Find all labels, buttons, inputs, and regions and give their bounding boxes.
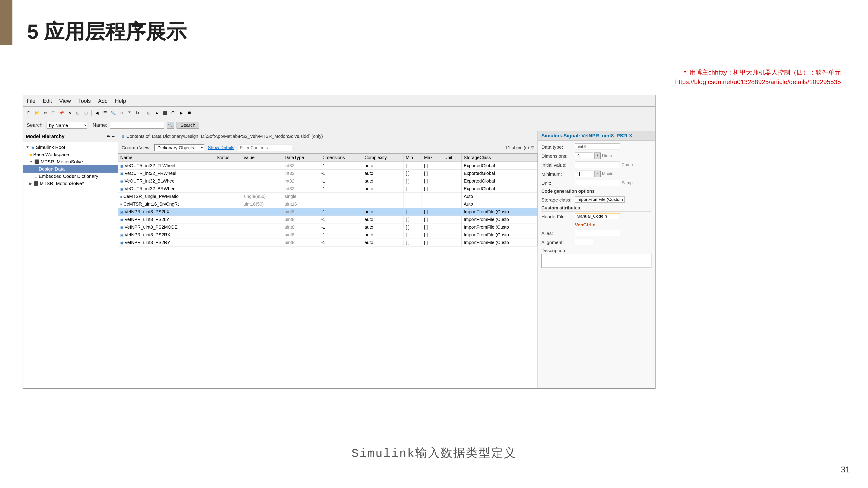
- slide-number: 31: [841, 465, 850, 475]
- search-icon-btn[interactable]: 🔍: [167, 122, 174, 129]
- col-unit[interactable]: Unit: [442, 154, 461, 162]
- minimum-row: Minimum: ⋮ Maxin: [541, 170, 651, 177]
- minimum-label: Minimum:: [541, 170, 573, 177]
- menu-file[interactable]: File: [27, 98, 35, 104]
- table-cell: single(950): [241, 193, 282, 200]
- col-status[interactable]: Status: [214, 154, 241, 162]
- filter-input[interactable]: [238, 144, 292, 151]
- toolbar-icon-grid[interactable]: ⊞: [74, 109, 81, 117]
- tree-item-embedded-coder[interactable]: □ Embedded Coder Dictionary: [23, 173, 118, 180]
- infinity-icon[interactable]: ∞: [112, 134, 115, 139]
- alias-input[interactable]: [575, 230, 620, 236]
- edit-icon[interactable]: ✏: [107, 134, 110, 139]
- table-cell: [214, 200, 241, 208]
- tree-item-design-data[interactable]: ■ Design Data: [23, 165, 118, 173]
- alignment-value-container: [575, 239, 651, 245]
- toolbar-icon-sq[interactable]: □: [118, 109, 125, 117]
- toolbar-icon-stop[interactable]: ⏹: [186, 109, 193, 117]
- alignment-label: Alignment:: [541, 239, 573, 245]
- table-cell: [ ]: [422, 239, 442, 247]
- dimensions-input[interactable]: [575, 153, 593, 159]
- col-name[interactable]: Name: [118, 154, 214, 162]
- table-cell: auto: [362, 170, 403, 177]
- toolbar-icon-1[interactable]: 🗋: [25, 109, 33, 117]
- col-view-label: Column View:: [122, 145, 151, 151]
- column-view-dropdown[interactable]: Dictionary Objects: [154, 144, 204, 151]
- toolbar-icon-fx[interactable]: fx: [134, 109, 141, 117]
- table-cell: [ ]: [422, 231, 442, 239]
- table-row[interactable]: ▣VeOUTR_int32_BLWheelint32-1auto[ ][ ]Ex…: [118, 177, 537, 185]
- search-dropdown[interactable]: by Name: [46, 122, 87, 129]
- toolbar-icon-tri[interactable]: ▲: [153, 109, 160, 117]
- show-details-button[interactable]: Show Details: [208, 145, 234, 150]
- toolbar-icon-run[interactable]: ▶: [178, 109, 185, 117]
- table-row[interactable]: ▣VeOUTR_int32_BRWheelint32-1auto[ ][ ]Ex…: [118, 185, 537, 193]
- table-row[interactable]: ■CeMTSR_uint16_SrvCngRtuint16(50)uint16A…: [118, 200, 537, 208]
- col-datatype[interactable]: DataType: [282, 154, 319, 162]
- toolbar-icon-sum[interactable]: Σ: [126, 109, 133, 117]
- search-button[interactable]: Search: [177, 122, 199, 129]
- data-type-input[interactable]: [575, 143, 620, 150]
- unit-input[interactable]: [575, 180, 620, 186]
- col-value[interactable]: Value: [241, 154, 282, 162]
- table-cell: [214, 231, 241, 239]
- filter-icon[interactable]: ▽: [531, 145, 534, 150]
- tree-item-simulink-root[interactable]: ▼ ▣ Simulink Root: [23, 144, 118, 151]
- minimum-btn[interactable]: ⋮: [594, 170, 600, 177]
- table-cell: Auto: [461, 200, 537, 208]
- menu-view[interactable]: View: [59, 98, 71, 104]
- toolbar-icon-copy[interactable]: 📋: [50, 109, 57, 117]
- toolbar-icon-dbg[interactable]: ⏱: [169, 109, 177, 117]
- alignment-input[interactable]: [575, 239, 593, 245]
- description-input[interactable]: [541, 254, 651, 268]
- toolbar-icon-nav[interactable]: ◀: [93, 109, 101, 117]
- toolbar-icon-table[interactable]: ⊞: [145, 109, 152, 117]
- col-dimensions[interactable]: Dimensions: [319, 154, 362, 162]
- initial-value-input[interactable]: [575, 162, 620, 168]
- table-row[interactable]: ▣VeINPR_uint8_PS2RYuint8-1auto[ ][ ]Impo…: [118, 239, 537, 247]
- table-cell: [442, 216, 461, 223]
- table-cell: [241, 185, 282, 193]
- complexity-label2: Comp: [621, 162, 633, 167]
- toolbar-icon-cut[interactable]: ✂: [41, 109, 49, 117]
- dimensions-btn[interactable]: ⋮: [594, 153, 600, 159]
- toolbar-icon-grid2[interactable]: ⊟: [82, 109, 90, 117]
- tree-item-mtsr2[interactable]: ▶ ⬛ MTSR_MotionSolve*: [23, 180, 118, 187]
- col-storageclass[interactable]: StorageClass: [461, 154, 537, 162]
- storage-class-input[interactable]: [575, 196, 625, 203]
- tree-item-mtsr[interactable]: ▼ ⬛ MTSR_MotionSolve: [23, 158, 118, 165]
- toolbar-icon-delete[interactable]: ✕: [66, 109, 73, 117]
- col-max[interactable]: Max: [422, 154, 442, 162]
- minimum-input[interactable]: [575, 170, 593, 177]
- table-row[interactable]: ▣VeOUTR_int32_FLWheelint32-1auto[ ][ ]Ex…: [118, 162, 537, 170]
- menu-add[interactable]: Add: [98, 98, 108, 104]
- toolbar-icon-paste[interactable]: 📌: [58, 109, 65, 117]
- toolbar-icon-blk[interactable]: ⬛: [161, 109, 168, 117]
- toolbar-icon-search2[interactable]: 🔍: [110, 109, 117, 117]
- right-panel-header: Simulink.Signal: VeINPR_uint8_PS2LX: [538, 131, 655, 141]
- table-cell: uint8: [282, 231, 319, 239]
- search-input[interactable]: [110, 122, 164, 129]
- row-icon: ▣: [120, 241, 124, 245]
- col-complexity[interactable]: Complexity: [362, 154, 403, 162]
- table-row[interactable]: ▣VeINPR_uint8_PS2MODEuint8-1auto[ ][ ]Im…: [118, 223, 537, 231]
- table-row[interactable]: ▣VeINPR_uint8_PS2LXuint8-1auto[ ][ ]Impo…: [118, 208, 537, 216]
- menu-help[interactable]: Help: [115, 98, 126, 104]
- menu-edit[interactable]: Edit: [43, 98, 52, 104]
- toolbar-icon-2[interactable]: 📂: [33, 109, 41, 117]
- table-row[interactable]: ▣VeINPR_uint8_PS2LYuint8-1auto[ ][ ]Impo…: [118, 216, 537, 223]
- table-row[interactable]: ■CeMTSR_single_PWMratiosingle(950)single…: [118, 193, 537, 200]
- bottom-caption: Simulink输入数据类型定义: [351, 445, 517, 461]
- col-min[interactable]: Min: [403, 154, 422, 162]
- alignment-row: Alignment:: [541, 239, 651, 245]
- tree-arrow-mtsr2: ▶: [29, 182, 32, 186]
- toolbar-icon-list[interactable]: ☰: [101, 109, 109, 117]
- row-icon: ▣: [120, 225, 124, 229]
- tree-item-base-workspace[interactable]: ■ Base Workspace: [23, 151, 118, 158]
- mtsr-icon: ⬛: [34, 159, 39, 164]
- table-row[interactable]: ▣VeOUTR_int32_FRWheelint32-1auto[ ][ ]Ex…: [118, 170, 537, 177]
- menu-tools[interactable]: Tools: [78, 98, 91, 104]
- table-row[interactable]: ▣VeINPR_uint8_PS2RXuint8-1auto[ ][ ]Impo…: [118, 231, 537, 239]
- table-cell: [442, 193, 461, 200]
- header-file-input[interactable]: [575, 213, 620, 219]
